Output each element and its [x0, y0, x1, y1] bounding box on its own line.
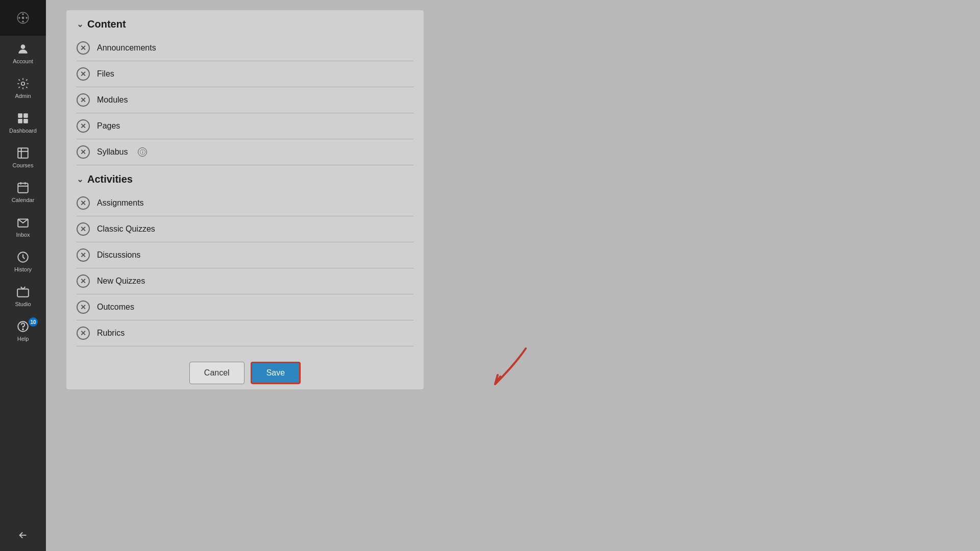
studio-icon [16, 285, 30, 299]
list-item: ✕ Rubrics [77, 320, 413, 346]
outcomes-label: Outcomes [97, 303, 134, 312]
help-icon [16, 319, 30, 334]
svg-rect-11 [23, 119, 28, 123]
arrow-annotation [434, 343, 536, 405]
inbox-icon [16, 215, 30, 230]
canvas-logo-icon [17, 12, 29, 24]
files-label: Files [97, 69, 114, 79]
rubrics-label: Rubrics [97, 329, 125, 338]
dashboard-label: Dashboard [9, 128, 37, 134]
remove-modules-button[interactable]: ✕ [77, 93, 90, 107]
assignments-label: Assignments [97, 198, 144, 208]
list-item: ✕ Classic Quizzes [77, 216, 413, 242]
remove-rubrics-button[interactable]: ✕ [77, 327, 90, 340]
activities-section-header: ⌄ Activities [66, 165, 424, 190]
help-label: Help [17, 336, 29, 342]
remove-syllabus-button[interactable]: ✕ [77, 145, 90, 159]
svg-point-23 [22, 329, 23, 330]
sidebar-item-courses[interactable]: Courses [0, 140, 46, 174]
list-item: ✕ Assignments [77, 190, 413, 216]
sidebar-item-dashboard[interactable]: Dashboard [0, 105, 46, 140]
activities-chevron-icon: ⌄ [77, 174, 83, 184]
account-icon [16, 42, 30, 56]
list-item: ✕ Modules [77, 87, 413, 113]
list-item: ✕ Syllabus ⓘ [77, 139, 413, 165]
sidebar-item-studio[interactable]: Studio [0, 279, 46, 313]
remove-outcomes-button[interactable]: ✕ [77, 300, 90, 314]
save-button[interactable]: Save [251, 362, 301, 384]
form-footer: Cancel Save [66, 346, 424, 389]
sidebar-item-history[interactable]: History [0, 244, 46, 279]
calendar-icon [16, 181, 30, 195]
svg-point-4 [18, 17, 20, 19]
svg-rect-12 [18, 148, 28, 158]
activities-section-title: Activities [87, 173, 133, 185]
sidebar-item-help[interactable]: 10 Help [0, 313, 46, 348]
svg-point-2 [22, 13, 24, 15]
list-item: ✕ Pages [77, 113, 413, 139]
courses-label: Courses [13, 162, 34, 168]
history-label: History [14, 266, 32, 272]
content-section-title: Content [87, 18, 126, 30]
history-icon [16, 250, 30, 264]
remove-files-button[interactable]: ✕ [77, 67, 90, 81]
sidebar-item-admin[interactable]: Admin [0, 70, 46, 105]
list-item: ✕ Announcements [77, 35, 413, 61]
courses-icon [16, 146, 30, 160]
calendar-label: Calendar [12, 197, 35, 203]
sidebar-item-calendar[interactable]: Calendar [0, 174, 46, 209]
cancel-button[interactable]: Cancel [189, 362, 244, 384]
remove-new-quizzes-button[interactable]: ✕ [77, 274, 90, 288]
admin-icon [16, 77, 30, 91]
svg-point-6 [21, 44, 26, 49]
modules-label: Modules [97, 95, 128, 105]
svg-point-7 [21, 82, 25, 86]
sidebar-logo [0, 0, 46, 36]
content-panel: ⌄ Content ✕ Announcements ✕ Files ✕ Modu… [66, 10, 424, 389]
remove-classic-quizzes-button[interactable]: ✕ [77, 222, 90, 236]
admin-label: Admin [15, 93, 31, 99]
list-item: ✕ Outcomes [77, 294, 413, 320]
list-item: ✕ Discussions [77, 242, 413, 268]
content-items-list: ✕ Announcements ✕ Files ✕ Modules ✕ Page… [66, 35, 424, 165]
content-section-header: ⌄ Content [66, 10, 424, 35]
list-item: ✕ New Quizzes [77, 268, 413, 294]
svg-point-5 [26, 17, 28, 19]
main-content: ⌄ Content ✕ Announcements ✕ Files ✕ Modu… [46, 0, 980, 551]
inbox-label: Inbox [16, 232, 30, 238]
sidebar-item-account[interactable]: Account [0, 36, 46, 70]
sidebar-item-inbox[interactable]: Inbox [0, 209, 46, 244]
remove-assignments-button[interactable]: ✕ [77, 196, 90, 210]
syllabus-label: Syllabus [97, 147, 128, 157]
list-item: ✕ Files [77, 61, 413, 87]
svg-rect-8 [18, 113, 22, 118]
remove-discussions-button[interactable]: ✕ [77, 248, 90, 262]
svg-rect-10 [18, 119, 22, 123]
svg-rect-9 [23, 113, 28, 118]
sidebar: Account Admin Dashboard [0, 0, 46, 551]
sidebar-collapse-button[interactable] [10, 522, 36, 551]
arrow-left-icon [17, 530, 29, 541]
discussions-label: Discussions [97, 251, 140, 260]
svg-rect-15 [18, 183, 28, 192]
new-quizzes-label: New Quizzes [97, 277, 145, 286]
help-badge: 10 [29, 317, 38, 327]
content-chevron-icon: ⌄ [77, 19, 83, 29]
pages-label: Pages [97, 121, 120, 131]
svg-point-1 [22, 17, 24, 19]
studio-label: Studio [15, 301, 31, 307]
dashboard-icon [16, 111, 30, 126]
account-label: Account [13, 58, 33, 64]
classic-quizzes-label: Classic Quizzes [97, 224, 155, 234]
syllabus-info-icon[interactable]: ⓘ [138, 147, 147, 157]
remove-announcements-button[interactable]: ✕ [77, 41, 90, 55]
svg-rect-21 [17, 289, 29, 297]
remove-pages-button[interactable]: ✕ [77, 119, 90, 133]
activities-items-list: ✕ Assignments ✕ Classic Quizzes ✕ Discus… [66, 190, 424, 346]
svg-point-3 [22, 20, 24, 22]
announcements-label: Announcements [97, 43, 156, 53]
